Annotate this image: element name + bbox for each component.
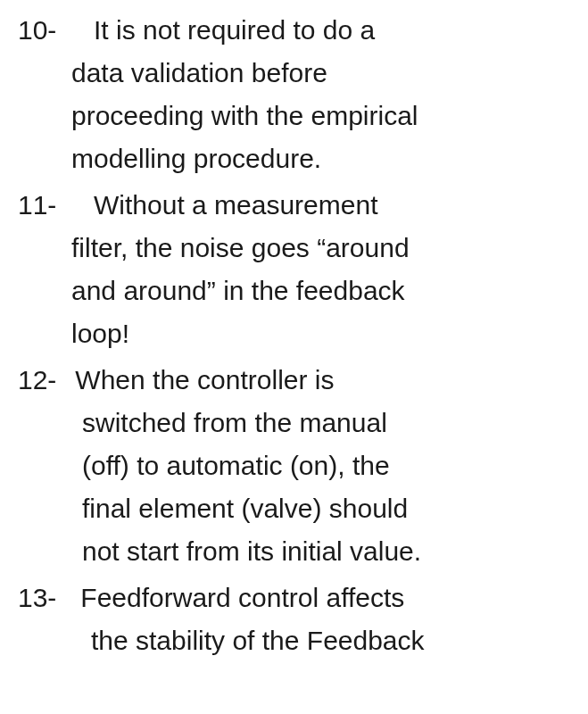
item-line: proceeding with the empirical — [71, 95, 570, 137]
list-item: 12- When the controller is switched from… — [18, 359, 570, 573]
list-item: 11- Without a measurement filter, the no… — [18, 184, 570, 355]
item-number: 13- — [18, 577, 73, 619]
item-first-line: Without a measurement — [79, 190, 377, 220]
item-line: (off) to automatic (on), the — [82, 444, 570, 487]
item-line: filter, the noise goes “around — [71, 227, 570, 270]
list-item: 13- Feedforward control affects the stab… — [18, 577, 570, 662]
item-first-line: Feedforward control affects — [80, 583, 404, 612]
item-number: 12- — [18, 359, 68, 402]
item-first-line: It is not required to do a — [79, 15, 375, 45]
item-line: and around” in the feedback — [71, 270, 570, 312]
item-line: not start from its initial value. — [82, 530, 570, 573]
item-line: switched from the manual — [82, 402, 570, 444]
item-line: modelling procedure. — [71, 137, 570, 180]
list-item: 10- It is not required to do a data vali… — [18, 9, 570, 180]
item-first-line: When the controller is — [75, 365, 334, 394]
item-line: the stability of the Feedback — [91, 619, 570, 662]
item-number: 10- — [18, 9, 71, 52]
item-number: 11- — [18, 184, 71, 227]
item-line: data validation before — [71, 52, 570, 95]
item-line: final element (valve) should — [82, 487, 570, 530]
item-line: loop! — [71, 312, 570, 355]
document-page: 10- It is not required to do a data vali… — [0, 0, 588, 662]
